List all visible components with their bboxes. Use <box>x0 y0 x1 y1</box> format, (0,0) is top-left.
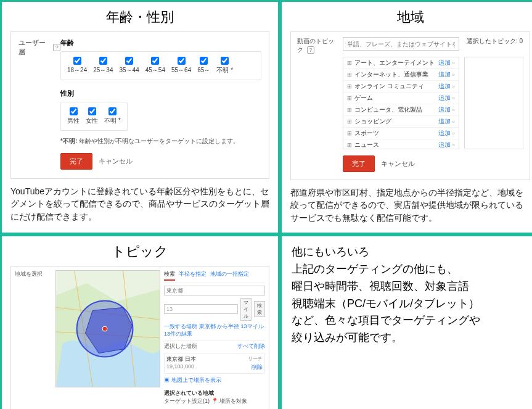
add-topic-link[interactable]: 追加 <box>438 105 451 114</box>
topic-item-name: ニュース <box>354 141 435 149</box>
expand-icon[interactable]: ⊞ <box>347 60 352 66</box>
age-checkbox-input[interactable] <box>73 57 81 65</box>
topic-item-name: コンピュータ、電化製品 <box>354 105 435 114</box>
topic-item-name: スポーツ <box>354 129 435 138</box>
gender-section-label: 性別 <box>60 89 261 98</box>
expand-icon[interactable]: ⊞ <box>347 95 352 101</box>
region-body: ⊞アート、エンターテイメント追加»⊞インターネット、通信事業追加»⊞オンライン … <box>297 57 523 149</box>
map-tabs: 検索 半径を指定 地域の一括指定 <box>164 270 265 283</box>
remove-item-link[interactable]: 削除 <box>252 363 263 371</box>
gender-checkbox[interactable]: 男性 <box>67 107 80 125</box>
radius-input[interactable] <box>164 304 238 314</box>
add-topic-link[interactable]: 追加 <box>438 117 451 126</box>
topic-list-item[interactable]: ⊞コンピュータ、電化製品追加» <box>343 104 459 116</box>
topic-list-item[interactable]: ⊞スポーツ追加» <box>343 128 459 139</box>
chevron-right-icon[interactable]: » <box>452 118 455 125</box>
remove-all-link[interactable]: すべて削除 <box>237 342 265 350</box>
gender-checkbox[interactable]: 女性 <box>86 107 98 125</box>
age-section-label: 年齢 <box>60 38 261 48</box>
age-checkbox-input[interactable] <box>151 57 159 65</box>
topic-list-item[interactable]: ⊞インターネット、通信事業追加» <box>343 69 459 81</box>
cell-age-gender: 年齢・性別 ユーザー層 ? 年齢 18～2425～3435～4445～5455～… <box>0 0 280 234</box>
selected-header: 選択した場所 <box>164 342 197 350</box>
chevron-right-icon[interactable]: » <box>452 142 455 148</box>
unit-select[interactable]: マイル <box>240 298 252 321</box>
gender-checkbox-row: 男性女性不明 * <box>60 102 128 131</box>
topic-list-item[interactable]: ⊞ショッピング追加» <box>343 116 459 128</box>
topic-list-item[interactable]: ⊞ゲーム追加» <box>343 93 459 104</box>
region-desc: 都道府県や市区町村、指定地点からの半径指定など、地域を絞って配信ができるので、実… <box>290 186 530 224</box>
search-result-line: 一致する場所 東京都 から半径 13マイル 13件の結果 <box>164 323 265 337</box>
chevron-right-icon[interactable]: » <box>452 107 455 113</box>
map-panel: 地域を選択 検索 半径を指定 地域の一括指 <box>10 266 269 409</box>
age-checkbox-label: 25～34 <box>93 66 113 75</box>
map-radius-row: マイル 検索 <box>164 298 265 321</box>
selected-topic-count: 選択したトピック: 0 <box>464 37 523 46</box>
cancel-button[interactable]: キャンセル <box>381 159 415 168</box>
age-checkbox[interactable]: 18～24 <box>67 57 87 75</box>
tab-bulk[interactable]: 地域の一括指定 <box>210 270 249 281</box>
age-checkbox[interactable]: 55～64 <box>171 57 191 75</box>
age-checkbox-input[interactable] <box>178 57 186 65</box>
age-checkbox[interactable]: 65～ <box>197 57 210 75</box>
chevron-right-icon[interactable]: » <box>452 60 455 66</box>
expand-icon[interactable]: ⊞ <box>347 107 352 113</box>
topic-list-item[interactable]: ⊞アート、エンターテイメント追加» <box>343 57 459 69</box>
gender-checkbox-input[interactable] <box>70 107 78 115</box>
age-checkbox-input[interactable] <box>221 57 229 65</box>
topic-item-name: オンライン コミュニティ <box>354 82 435 91</box>
selected-header-row: 選択した場所 すべて削除 <box>164 340 265 350</box>
chevron-right-icon[interactable]: » <box>452 130 455 136</box>
topic-item-name: ショッピング <box>354 117 435 126</box>
topic-item-name: ゲーム <box>354 94 435 102</box>
show-on-map-link[interactable]: ▣ 地図上で場所を表示 <box>164 376 265 384</box>
chevron-right-icon[interactable]: » <box>452 95 455 101</box>
cancel-button[interactable]: キャンセル <box>99 157 133 166</box>
chevron-right-icon[interactable]: » <box>452 83 455 89</box>
selected-item: 東京都 日本 リーチ <box>166 355 263 363</box>
video-topic-label: 動画のトピック ? <box>297 37 338 54</box>
age-checkbox[interactable]: 不明 * <box>216 57 233 75</box>
age-checkbox-input[interactable] <box>200 57 208 65</box>
topic-list-item[interactable]: ⊞オンライン コミュニティ追加» <box>343 81 459 93</box>
location-input[interactable] <box>164 286 265 295</box>
expand-icon[interactable]: ⊞ <box>347 142 352 148</box>
selected-item-reach-label: リーチ <box>248 355 263 363</box>
age-checkbox-label: 65～ <box>197 66 210 75</box>
expand-icon[interactable]: ⊞ <box>347 83 352 89</box>
selected-list: 東京都 日本 リーチ 19,100,000 削除 <box>164 353 265 374</box>
age-checkbox-input[interactable] <box>125 57 133 65</box>
add-topic-link[interactable]: 追加 <box>438 82 451 91</box>
topic-item-name: アート、エンターテイメント <box>354 59 435 67</box>
cell-topic: トピック 地域を選択 検索 半径を指定 <box>0 234 280 409</box>
topic-search-input[interactable] <box>343 37 459 51</box>
topic-list[interactable]: ⊞アート、エンターテイメント追加»⊞インターネット、通信事業追加»⊞オンライン … <box>343 57 459 149</box>
tab-search[interactable]: 検索 <box>164 270 175 281</box>
help-icon[interactable]: ? <box>53 44 60 51</box>
expand-icon[interactable]: ⊞ <box>347 118 352 125</box>
age-checkbox[interactable]: 35～44 <box>120 57 139 75</box>
tab-radius[interactable]: 半径を指定 <box>179 270 207 281</box>
button-row: 完了 キャンセル <box>343 155 523 172</box>
search-button[interactable]: 検索 <box>254 301 265 317</box>
gender-checkbox-input[interactable] <box>88 107 96 115</box>
age-checkbox-label: 45～54 <box>145 66 165 75</box>
add-topic-link[interactable]: 追加 <box>438 70 451 79</box>
add-topic-link[interactable]: 追加 <box>438 141 451 149</box>
age-checkbox[interactable]: 25～34 <box>93 57 113 75</box>
age-checkbox[interactable]: 45～54 <box>145 57 165 75</box>
age-checkbox-input[interactable] <box>99 57 107 65</box>
done-button[interactable]: 完了 <box>60 153 92 170</box>
expand-icon[interactable]: ⊞ <box>347 72 352 78</box>
help-icon[interactable]: ? <box>307 46 314 54</box>
add-topic-link[interactable]: 追加 <box>438 129 451 138</box>
add-topic-link[interactable]: 追加 <box>438 59 451 67</box>
gender-checkbox[interactable]: 不明 * <box>104 107 121 125</box>
gender-checkbox-input[interactable] <box>108 107 117 115</box>
done-button[interactable]: 完了 <box>343 155 375 172</box>
topic-list-item[interactable]: ⊞ニュース追加» <box>343 139 459 149</box>
expand-icon[interactable]: ⊞ <box>347 130 352 136</box>
map-canvas[interactable] <box>55 270 160 387</box>
add-topic-link[interactable]: 追加 <box>438 94 451 102</box>
chevron-right-icon[interactable]: » <box>452 72 455 78</box>
